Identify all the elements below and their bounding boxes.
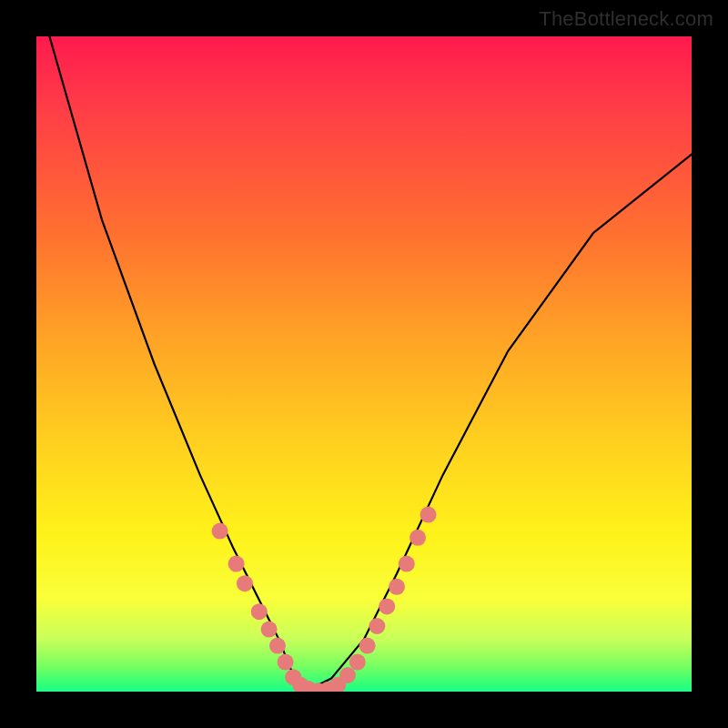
plot-area [36,36,692,692]
bottleneck-curve [49,36,692,692]
watermark-text: TheBottleneck.com [539,7,713,31]
marker-dot [349,654,366,671]
chart-svg [36,36,692,692]
marker-dot [389,579,405,595]
marker-dot [251,603,268,620]
marker-dot [339,667,356,683]
marker-dot [269,638,286,654]
marker-dot [278,654,294,671]
marker-dot [410,530,426,546]
marker-dot [359,638,376,654]
marker-dot [261,622,278,638]
chart-frame: TheBottleneck.com [0,0,728,728]
marker-dot [237,575,253,592]
curve-group [49,36,692,692]
marker-dot [399,556,415,572]
marker-dots [212,507,437,692]
marker-dot [212,523,228,540]
marker-dot [369,618,385,634]
marker-dot [228,556,245,572]
marker-dot [379,598,395,614]
marker-dot [420,507,437,523]
